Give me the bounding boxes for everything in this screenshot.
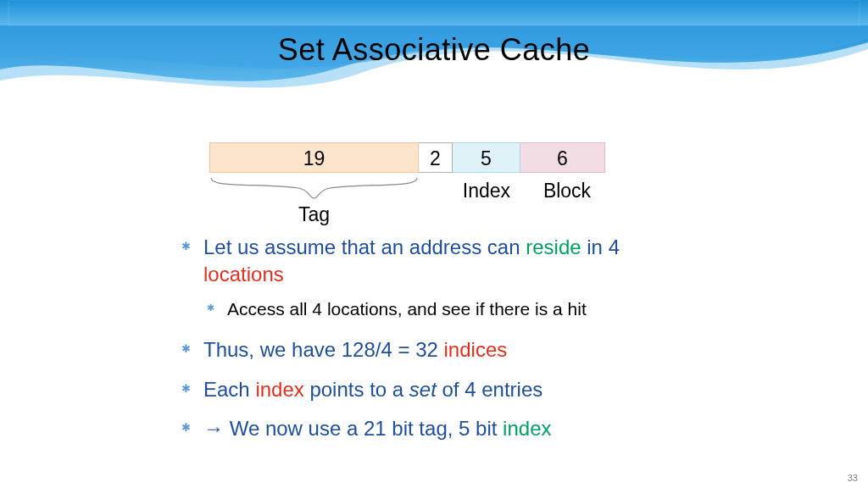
bullet-3: Each index points to a set of 4 entries: [178, 376, 704, 403]
cell-index: 5: [453, 142, 520, 173]
slide-title: Set Associative Cache: [0, 32, 868, 68]
sub-bullet-1: Access all 4 locations, and see if there…: [205, 297, 704, 321]
address-diagram: 19 2 5 6 Tag Index Block: [209, 142, 608, 232]
bullet-1: Let us assume that an address can reside…: [178, 234, 704, 289]
cell-block: 6: [520, 142, 605, 173]
svg-rect-0: [0, 0, 868, 25]
bullet-4: → We now use a 21 bit tag, 5 bit index: [178, 415, 704, 442]
label-block: Block: [525, 180, 609, 202]
cell-assoc: 2: [419, 142, 453, 173]
body-content: Let us assume that an address can reside…: [178, 234, 704, 454]
slide: { "title": "Set Associative Cache", "add…: [0, 0, 868, 488]
address-bar: 19 2 5 6: [209, 142, 608, 173]
diagram-labels: Tag Index Block: [209, 173, 608, 232]
page-number: 33: [848, 473, 858, 483]
bullet-2: Thus, we have 128/4 = 32 indices: [178, 336, 704, 363]
label-tag: Tag: [209, 203, 419, 226]
label-index: Index: [453, 180, 520, 202]
tag-brace: [209, 176, 419, 200]
cell-tag: 19: [209, 142, 419, 173]
